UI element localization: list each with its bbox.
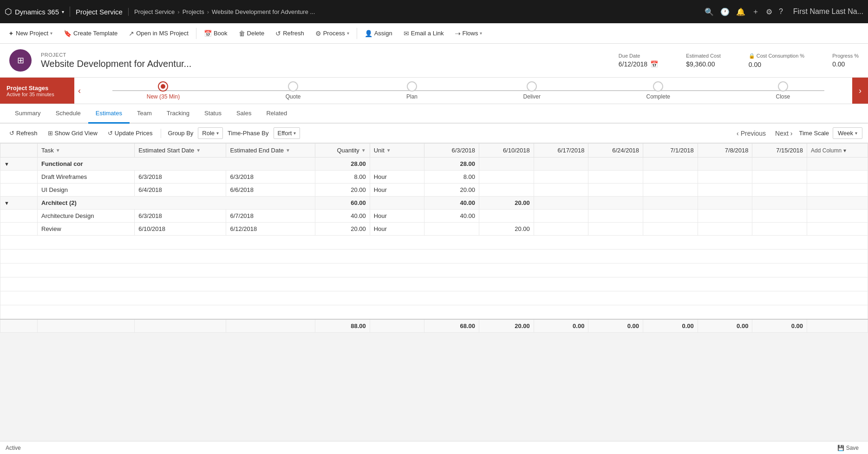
group1-expand-cell[interactable]: ▼ [0,158,38,171]
th-end-date[interactable]: Estimated End Date ▼ [226,144,315,158]
new-project-button[interactable]: ✦ New Project ▾ [4,27,57,40]
expand-icon[interactable]: ▼ [4,161,9,167]
spacer-cell-6 [0,305,868,319]
footer-v6: 0.00 [698,319,752,333]
footer-unit [370,319,424,333]
command-bar: ✦ New Project ▾ 🔖 Create Template ↗ Open… [0,23,868,44]
th-task[interactable]: Task ▼ [38,144,135,158]
stage-circle-complete [653,81,663,92]
group-by-select[interactable]: Role ▾ [198,127,223,139]
stage-item-complete[interactable]: Complete [646,81,670,100]
tab-tracking[interactable]: Tracking [159,104,197,124]
process-button[interactable]: ⚙ Process ▾ [311,27,354,40]
th-start-date[interactable]: Estimated Start Date ▼ [135,144,226,158]
tab-status[interactable]: Status [197,104,229,124]
project-header: ⊞ PROJECT Website Development for Advent… [0,44,868,78]
book-label: Book [214,30,228,37]
estimates-refresh-button[interactable]: ↺ Refresh [6,127,41,139]
breadcrumb-projects[interactable]: Projects [183,8,204,15]
calendar-icon[interactable]: 📅 [650,60,658,68]
new-project-icon: ✦ [8,30,14,37]
tab-summary[interactable]: Summary [7,104,48,124]
sub1-row2-v5 [643,184,698,197]
clock-icon[interactable]: 🕐 [720,7,730,16]
update-prices-label: Update Prices [115,130,153,137]
app-title: Project Service [76,8,129,16]
refresh-button[interactable]: ↺ Refresh [271,27,309,40]
stage-name-new: New (35 Min) [147,93,180,100]
next-button[interactable]: Next › [772,128,795,139]
group2-val-7-15 [752,197,807,210]
plus-icon[interactable]: ＋ [752,7,759,17]
stage-subtitle: Active for 35 minutes [7,92,68,97]
create-template-icon: 🔖 [64,30,72,37]
th-7-8: 7/8/2018 [698,144,752,158]
flows-button[interactable]: ⇢ Flows ▾ [450,27,487,40]
dynamics-brand[interactable]: ⬡ Dynamics 365 ▾ [5,7,70,17]
tab-related[interactable]: Related [259,104,294,124]
group1-val-7-8 [698,158,752,171]
spacer-row-6 [0,305,868,319]
stage-item-quote[interactable]: Quote [286,81,301,100]
sub2-row2-v5 [643,223,698,236]
due-date-value: 6/12/2018 📅 [619,60,658,68]
delete-button[interactable]: 🗑 Delete [234,27,269,40]
search-icon[interactable]: 🔍 [705,7,714,16]
sub2-row2-qty: 20.00 [315,223,370,236]
sub1-row2-qty: 20.00 [315,184,370,197]
previous-button[interactable]: ‹ Previous [734,128,769,139]
tab-team[interactable]: Team [130,104,159,124]
sub1-row1-indent [0,171,38,184]
spacer-row-5 [0,291,868,305]
th-6-24: 6/24/2018 [588,144,643,158]
create-template-button[interactable]: 🔖 Create Template [59,27,122,40]
sub1-row2-start: 6/4/2018 [135,184,226,197]
stage-next-button[interactable]: › [852,78,868,104]
tab-schedule[interactable]: Schedule [48,104,88,124]
previous-label: Previous [741,130,766,137]
tab-estimates[interactable]: Estimates [88,104,130,124]
stage-item-close[interactable]: Close [776,81,790,100]
help-icon[interactable]: ? [779,7,783,16]
update-prices-button[interactable]: ↺ Update Prices [104,127,157,139]
cost-consumption-value: 0.00 [749,61,804,68]
table-header-row: Task ▼ Estimated Start Date ▼ Estimated … [0,144,868,158]
tab-sales[interactable]: Sales [229,104,259,124]
sub2-row2-v2: 20.00 [479,223,534,236]
breadcrumb-project-service[interactable]: Project Service [134,8,175,15]
user-name[interactable]: First Name Last Na... [793,7,863,16]
open-ms-project-button[interactable]: ↗ Open in MS Project [124,27,193,40]
th-quantity[interactable]: Quantity ▼ [315,144,370,158]
group2-expand-cell[interactable]: ▼ [0,197,38,210]
table-row: Architecture Design 6/3/2018 6/7/2018 40… [0,210,868,223]
start-sort-icon: ▼ [196,148,201,153]
th-add-column[interactable]: Add Column ▾ [807,144,868,158]
time-phase-by-select[interactable]: Effort ▾ [274,127,300,139]
stage-item-new[interactable]: New (35 Min) [147,81,180,100]
sub1-row1-v4 [588,171,643,184]
assign-icon: 👤 [365,30,372,37]
group2-name: Architect (2) [38,197,315,210]
stage-item-plan[interactable]: Plan [406,81,418,100]
spacer-row-2 [0,250,868,263]
lock-icon: 🔒 [749,53,755,59]
assign-button[interactable]: 👤 Assign [360,27,397,40]
estimates-refresh-label: Refresh [16,130,38,137]
email-link-button[interactable]: ✉ Email a Link [399,27,449,40]
spacer-row [0,236,868,250]
th-unit[interactable]: Unit ▼ [370,144,424,158]
sub2-row2-v4 [588,223,643,236]
book-button[interactable]: 📅 Book [199,27,232,40]
stage-circle-deliver [527,81,537,92]
stage-item-deliver[interactable]: Deliver [523,81,541,100]
stage-prev-button[interactable]: ‹ [74,78,85,104]
expand-icon-2[interactable]: ▼ [4,200,9,206]
footer-v5: 0.00 [643,319,698,333]
show-grid-view-button[interactable]: ⊞ Show Grid View [44,127,101,139]
settings-icon[interactable]: ⚙ [766,7,772,16]
group2-val-7-8 [698,197,752,210]
time-scale-select[interactable]: Week ▾ [833,127,862,139]
next-label: Next [775,130,789,137]
notification-icon[interactable]: 🔔 [736,7,745,16]
sub2-row1-v2 [479,210,534,223]
